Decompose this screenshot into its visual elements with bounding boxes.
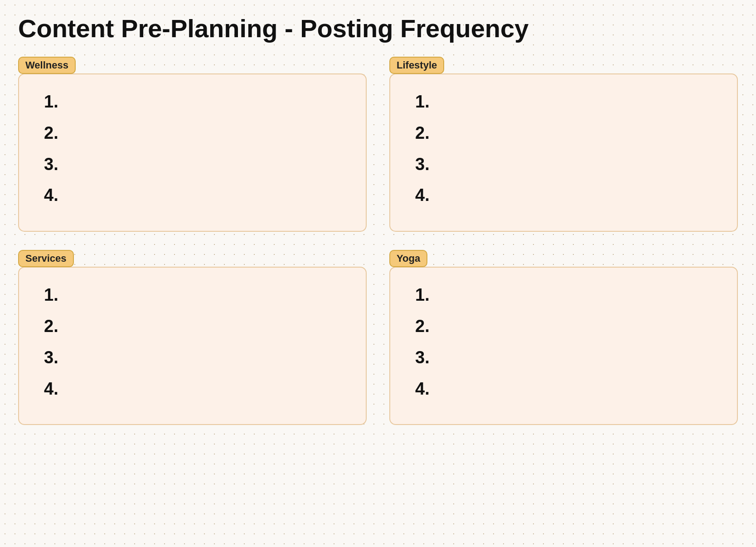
section-label-services: Services: [18, 250, 74, 267]
section-wellness: Wellness1.2.3.4.: [18, 57, 367, 232]
list-item: 2.: [415, 313, 719, 340]
list-item: 3.: [415, 151, 719, 178]
list-wellness: 1.2.3.4.: [44, 88, 348, 209]
list-item: 2.: [415, 119, 719, 147]
list-item: 4.: [44, 181, 348, 209]
list-item: 4.: [415, 181, 719, 209]
section-label-wellness: Wellness: [18, 57, 76, 74]
section-services: Services1.2.3.4.: [18, 250, 367, 425]
list-item: 1.: [44, 88, 348, 116]
section-box-services: 1.2.3.4.: [18, 267, 367, 425]
list-item: 4.: [44, 375, 348, 403]
section-label-lifestyle: Lifestyle: [389, 57, 444, 74]
list-item: 2.: [44, 313, 348, 340]
list-item: 3.: [44, 344, 348, 371]
section-label-yoga: Yoga: [389, 250, 427, 267]
sections-grid: Wellness1.2.3.4.Lifestyle1.2.3.4.Service…: [18, 57, 738, 425]
section-box-lifestyle: 1.2.3.4.: [389, 73, 738, 232]
list-lifestyle: 1.2.3.4.: [415, 88, 719, 209]
page-title: Content Pre-Planning - Posting Frequency: [18, 14, 738, 43]
section-yoga: Yoga1.2.3.4.: [389, 250, 738, 425]
list-item: 3.: [415, 344, 719, 371]
section-box-wellness: 1.2.3.4.: [18, 73, 367, 232]
list-item: 3.: [44, 151, 348, 178]
list-item: 1.: [415, 88, 719, 116]
list-item: 1.: [415, 281, 719, 309]
list-item: 2.: [44, 119, 348, 147]
list-item: 1.: [44, 281, 348, 309]
list-item: 4.: [415, 375, 719, 403]
section-lifestyle: Lifestyle1.2.3.4.: [389, 57, 738, 232]
list-yoga: 1.2.3.4.: [415, 281, 719, 402]
section-box-yoga: 1.2.3.4.: [389, 267, 738, 425]
list-services: 1.2.3.4.: [44, 281, 348, 402]
